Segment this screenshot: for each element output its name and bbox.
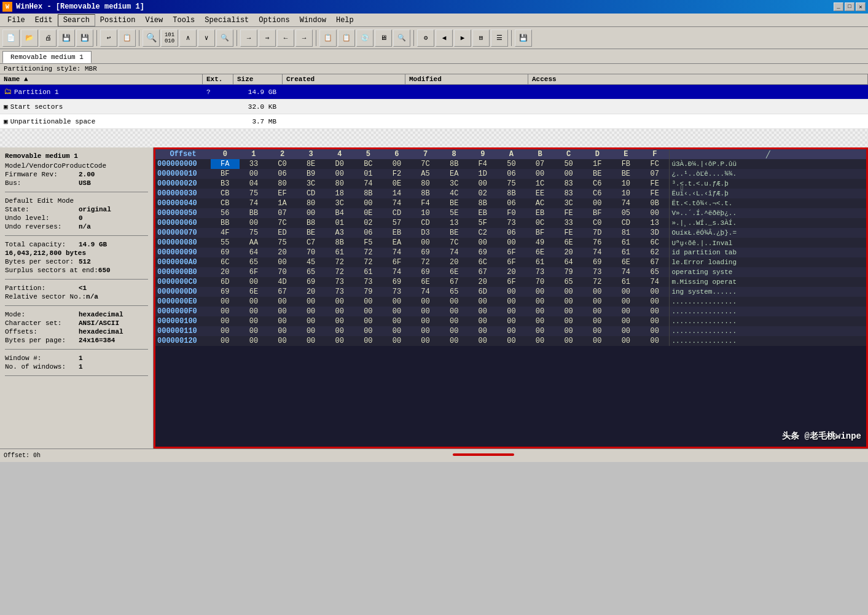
byte-13-15[interactable]: 00 bbox=[640, 287, 670, 297]
byte-15-8[interactable]: 00 bbox=[440, 307, 469, 316]
hex-row-0[interactable]: 000000000FA33C08ED0BC007C8BF45007501FFBF… bbox=[155, 159, 866, 169]
tb-list[interactable]: ☰ bbox=[491, 29, 508, 47]
byte-6-0[interactable]: BB bbox=[211, 218, 240, 228]
byte-10-8[interactable]: 20 bbox=[440, 257, 469, 267]
byte-11-4[interactable]: 72 bbox=[325, 267, 354, 277]
byte-1-12[interactable]: 00 bbox=[554, 169, 583, 179]
byte-10-0[interactable]: 6C bbox=[211, 257, 240, 267]
byte-3-15[interactable]: FE bbox=[640, 189, 670, 198]
byte-18-11[interactable]: 00 bbox=[526, 336, 555, 346]
byte-15-3[interactable]: 00 bbox=[297, 307, 326, 316]
tb-print[interactable]: 🖨 bbox=[39, 29, 57, 47]
tb-paste[interactable]: 📋 bbox=[338, 29, 355, 47]
menu-view[interactable]: View bbox=[140, 15, 168, 26]
byte-2-6[interactable]: 0E bbox=[383, 179, 412, 189]
tb-copy2[interactable]: 📋 bbox=[319, 29, 337, 47]
byte-14-0[interactable]: 00 bbox=[211, 297, 240, 307]
byte-7-4[interactable]: A3 bbox=[325, 228, 354, 238]
byte-3-13[interactable]: C6 bbox=[583, 189, 612, 198]
byte-7-12[interactable]: FE bbox=[554, 228, 583, 238]
byte-4-0[interactable]: CB bbox=[211, 198, 240, 208]
byte-7-3[interactable]: BE bbox=[297, 228, 326, 238]
byte-11-1[interactable]: 6F bbox=[240, 267, 268, 277]
byte-7-10[interactable]: 06 bbox=[497, 228, 526, 238]
byte-11-12[interactable]: 79 bbox=[554, 267, 583, 277]
byte-8-2[interactable]: 75 bbox=[268, 238, 297, 248]
byte-14-11[interactable]: 00 bbox=[526, 297, 555, 307]
hex-row-18[interactable]: 0000001200000000000000000000000000000000… bbox=[155, 336, 866, 346]
byte-17-9[interactable]: 00 bbox=[468, 326, 497, 336]
byte-15-12[interactable]: 00 bbox=[554, 307, 583, 316]
byte-3-5[interactable]: 8B bbox=[354, 189, 383, 198]
byte-2-15[interactable]: FE bbox=[640, 179, 670, 189]
byte-6-15[interactable]: 13 bbox=[640, 218, 670, 228]
byte-5-5[interactable]: 0E bbox=[354, 208, 383, 218]
byte-9-7[interactable]: 69 bbox=[411, 248, 440, 257]
byte-12-7[interactable]: 6E bbox=[411, 277, 440, 287]
byte-17-3[interactable]: 00 bbox=[297, 326, 326, 336]
byte-13-2[interactable]: 67 bbox=[268, 287, 297, 297]
byte-0-12[interactable]: 50 bbox=[554, 159, 583, 169]
byte-8-10[interactable]: 00 bbox=[497, 238, 526, 248]
byte-3-10[interactable]: 8B bbox=[497, 189, 526, 198]
hex-row-13[interactable]: 0000000D0696E672073797374656D00000000000… bbox=[155, 287, 866, 297]
byte-5-1[interactable]: BB bbox=[240, 208, 268, 218]
hex-row-4[interactable]: 000000040CB741A803C0074F4BE8B06AC3C00740… bbox=[155, 198, 866, 208]
byte-11-5[interactable]: 61 bbox=[354, 267, 383, 277]
byte-17-7[interactable]: 00 bbox=[411, 326, 440, 336]
byte-1-14[interactable]: BE bbox=[612, 169, 641, 179]
byte-1-9[interactable]: 1D bbox=[468, 169, 497, 179]
byte-2-10[interactable]: 75 bbox=[497, 179, 526, 189]
byte-7-14[interactable]: 81 bbox=[612, 228, 641, 238]
byte-0-6[interactable]: 00 bbox=[383, 159, 412, 169]
hex-row-10[interactable]: 0000000A06C65004572726F72206C6F6164696E6… bbox=[155, 257, 866, 267]
tb-save2[interactable]: 💾 bbox=[76, 29, 93, 47]
tb-open[interactable]: 📂 bbox=[21, 29, 38, 47]
byte-2-4[interactable]: 80 bbox=[325, 179, 354, 189]
byte-1-10[interactable]: 06 bbox=[497, 169, 526, 179]
byte-11-3[interactable]: 65 bbox=[297, 267, 326, 277]
byte-8-1[interactable]: AA bbox=[240, 238, 268, 248]
byte-16-2[interactable]: 00 bbox=[268, 316, 297, 326]
byte-8-13[interactable]: 76 bbox=[583, 238, 612, 248]
hex-row-15[interactable]: 0000000F00000000000000000000000000000000… bbox=[155, 307, 866, 316]
byte-10-13[interactable]: 69 bbox=[583, 257, 612, 267]
byte-4-9[interactable]: 8B bbox=[468, 198, 497, 208]
byte-10-7[interactable]: 72 bbox=[411, 257, 440, 267]
byte-12-8[interactable]: 67 bbox=[440, 277, 469, 287]
byte-12-3[interactable]: 69 bbox=[297, 277, 326, 287]
byte-5-0[interactable]: 56 bbox=[211, 208, 240, 218]
byte-4-2[interactable]: 1A bbox=[268, 198, 297, 208]
byte-11-2[interactable]: 70 bbox=[268, 267, 297, 277]
byte-11-13[interactable]: 73 bbox=[583, 267, 612, 277]
byte-1-1[interactable]: 00 bbox=[240, 169, 268, 179]
byte-7-8[interactable]: BE bbox=[440, 228, 469, 238]
byte-10-4[interactable]: 72 bbox=[325, 257, 354, 267]
byte-14-5[interactable]: 00 bbox=[354, 297, 383, 307]
byte-10-9[interactable]: 6C bbox=[468, 257, 497, 267]
tb-undo[interactable]: ↩ bbox=[100, 29, 117, 47]
file-row-partition1[interactable]: 🗂 Partition 1 ? 14.9 GB bbox=[0, 85, 868, 100]
byte-6-9[interactable]: 5F bbox=[468, 218, 497, 228]
tb-next[interactable]: ▶ bbox=[454, 29, 471, 47]
byte-2-0[interactable]: B3 bbox=[211, 179, 240, 189]
byte-13-13[interactable]: 00 bbox=[583, 287, 612, 297]
byte-14-10[interactable]: 00 bbox=[497, 297, 526, 307]
byte-13-11[interactable]: 00 bbox=[526, 287, 555, 297]
hex-row-7[interactable]: 0000000704F75EDBEA306EBD3BEC206BFFE7D813… bbox=[155, 228, 866, 238]
hex-row-16[interactable]: 0000001000000000000000000000000000000000… bbox=[155, 316, 866, 326]
byte-0-1[interactable]: 33 bbox=[240, 159, 268, 169]
byte-10-15[interactable]: 67 bbox=[640, 257, 670, 267]
byte-9-11[interactable]: 6E bbox=[526, 248, 555, 257]
byte-14-13[interactable]: 00 bbox=[583, 297, 612, 307]
tb-search1[interactable]: 🔍 bbox=[143, 29, 160, 47]
byte-11-14[interactable]: 74 bbox=[612, 267, 641, 277]
byte-4-1[interactable]: 74 bbox=[240, 198, 268, 208]
byte-12-12[interactable]: 65 bbox=[554, 277, 583, 287]
byte-2-2[interactable]: 80 bbox=[268, 179, 297, 189]
byte-17-1[interactable]: 00 bbox=[240, 326, 268, 336]
byte-18-10[interactable]: 00 bbox=[497, 336, 526, 346]
byte-17-15[interactable]: 00 bbox=[640, 326, 670, 336]
byte-6-11[interactable]: 0C bbox=[526, 218, 555, 228]
byte-5-6[interactable]: CD bbox=[383, 208, 412, 218]
